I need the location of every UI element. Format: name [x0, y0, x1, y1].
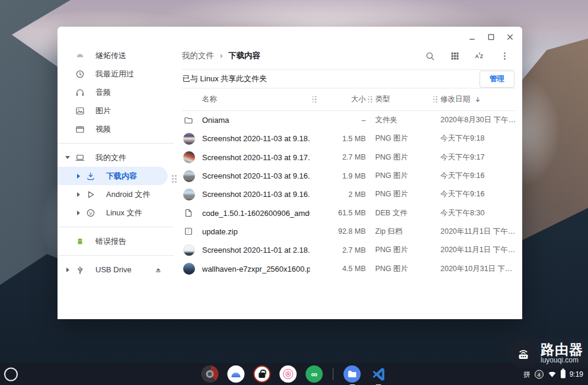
window-controls — [465, 31, 516, 42]
sidebar-resize-handle[interactable] — [172, 175, 179, 184]
sidebar-item-laptop[interactable]: 我的文件 — [57, 148, 174, 167]
sidebar-divider — [57, 255, 174, 256]
file-type: PNG 图片 — [375, 189, 431, 199]
sidebar-item-label: 音频 — [95, 87, 111, 98]
table-header: 名称大小类型修改日期 — [182, 88, 515, 111]
penguin-icon — [85, 207, 97, 219]
sidebar-item-penguin[interactable]: Linux 文件 — [57, 203, 174, 222]
image-icon — [74, 105, 86, 117]
search-button[interactable] — [421, 47, 438, 64]
file-type: PNG 图片 — [375, 264, 431, 274]
status-tray[interactable]: 拼 4 9:19 — [523, 370, 583, 378]
shelf-app-app-store[interactable] — [254, 365, 271, 383]
main-panel: 我的文件›下载内容 AZ 已与 Linux 共享此文件夹 管理 名称大小类型修改… — [174, 27, 522, 319]
file-row[interactable]: Screenshot 2020-11-03 at 9.16.37 PM.png2… — [182, 185, 515, 203]
file-row[interactable]: Screenshot 2020-11-01 at 2.18.33 PM.png2… — [182, 241, 515, 259]
notification-badge: 4 — [535, 370, 544, 378]
sidebar-item-label: 我最近用过 — [95, 69, 134, 79]
zip-icon — [182, 226, 202, 237]
file-name: Screenshot 2020-11-03 at 9.16.37 PM.png — [202, 190, 310, 199]
minimize-button[interactable] — [465, 31, 478, 42]
chevron-right-icon[interactable] — [73, 211, 84, 215]
manage-button[interactable]: 管理 — [480, 71, 514, 88]
file-type: PNG 图片 — [375, 171, 431, 181]
sidebar-item-film[interactable]: 视频 — [57, 120, 174, 138]
breadcrumb-item[interactable]: 我的文件 — [182, 50, 214, 61]
file-name: Screenshot 2020-11-01 at 2.18.33 PM.png — [202, 246, 310, 254]
column-label: 类型 — [375, 94, 390, 104]
shelf-apps: ∞ — [202, 365, 387, 383]
maximize-button[interactable] — [484, 31, 497, 42]
sidebar-item-headphones[interactable]: 音频 — [57, 83, 174, 101]
file-row[interactable]: update.zip92.8 MBZip 归档2020年11月1日 下午… — [182, 222, 515, 241]
shelf-app-vscode[interactable] — [370, 365, 387, 383]
file-row[interactable]: wallhaven-e7zxpr_2560x1600.png4.5 MBPNG … — [182, 259, 515, 278]
sort-az-button[interactable]: AZ — [471, 47, 488, 64]
clock-icon — [74, 68, 86, 80]
sort-descending-icon — [474, 96, 482, 104]
sidebar-item-usb[interactable]: USB Drive — [57, 260, 174, 279]
chevron-down-icon[interactable] — [62, 156, 73, 159]
file-date: 2020年11月1日 下午… — [440, 227, 515, 237]
sidebar-item-dome[interactable]: 燧炻传送 — [57, 46, 174, 65]
chevron-right-icon[interactable] — [62, 268, 73, 272]
file-row[interactable]: Screenshot 2020-11-03 at 9.17.43 PM.png2… — [182, 148, 515, 167]
file-size: 2 MB — [319, 190, 366, 199]
shelf-app-ca-green[interactable]: ∞ — [306, 365, 323, 383]
svg-text:A: A — [475, 53, 479, 59]
file-type: PNG 图片 — [375, 152, 431, 163]
battery-icon — [561, 370, 565, 378]
chevron-right-icon[interactable] — [73, 174, 84, 179]
file-size: 61.5 MB — [319, 209, 366, 217]
shelf-app-files[interactable] — [344, 365, 361, 383]
image-thumbnail — [183, 133, 195, 145]
file-name: update.zip — [202, 227, 310, 236]
column-header-name[interactable]: 名称 — [202, 94, 310, 104]
column-header-type[interactable]: 类型 — [375, 94, 431, 104]
file-row[interactable]: Screenshot 2020-11-03 at 9.16.58 PM.png1… — [182, 167, 515, 185]
more-icon — [499, 50, 510, 62]
sort-az-icon: AZ — [474, 50, 485, 62]
file-size: 1.5 MB — [319, 135, 366, 143]
sidebar-item-download[interactable]: 下载内容 — [57, 167, 168, 185]
grid-view-button[interactable] — [446, 47, 463, 64]
chevron-right-icon[interactable] — [73, 192, 84, 197]
toolbar: AZ — [421, 47, 515, 64]
file-date: 2020年11月1日 下午… — [440, 245, 515, 255]
file-name: wallhaven-e7zxpr_2560x1600.png — [202, 265, 310, 273]
shelf-app-broadcast[interactable] — [280, 365, 297, 383]
android-icon — [74, 236, 86, 247]
file-row[interactable]: Oniama–文件夹2020年8月30日 下午… — [182, 111, 515, 129]
column-header-date[interactable]: 修改日期 — [440, 94, 515, 104]
sidebar-item-image[interactable]: 图片 — [57, 101, 174, 120]
watermark-url: luyouqi.com — [541, 357, 583, 364]
file-size: 2.7 MB — [319, 246, 366, 254]
image-thumbnail — [183, 151, 195, 163]
file-size: – — [319, 116, 366, 125]
file-row[interactable]: code_1.50.1-1602600906_amd64.deb61.5 MBD… — [182, 203, 515, 222]
image-thumbnail — [183, 263, 195, 275]
shelf-app-suixin-transfer[interactable] — [228, 365, 245, 383]
file-date: 今天下午9:16 — [440, 189, 515, 199]
sidebar-item-play[interactable]: Android 文件 — [57, 185, 174, 203]
column-resize-handle[interactable] — [431, 96, 440, 103]
column-resize-handle[interactable] — [366, 96, 375, 103]
column-resize-handle[interactable] — [310, 96, 319, 103]
file-name: code_1.50.1-1602600906_amd64.deb — [202, 209, 310, 218]
more-button[interactable] — [496, 47, 513, 64]
shelf-app-browser[interactable] — [202, 365, 219, 383]
sidebar-item-android[interactable]: 错误报告 — [57, 232, 174, 250]
file-row[interactable]: Screenshot 2020-11-03 at 9.18.13 PM.png1… — [182, 129, 515, 148]
headphones-icon — [74, 87, 86, 98]
sidebar-item-clock[interactable]: 我最近用过 — [57, 65, 174, 83]
play-icon — [85, 189, 97, 201]
column-header-size[interactable]: 大小 — [319, 94, 366, 104]
close-button[interactable] — [503, 31, 516, 42]
breadcrumb: 我的文件›下载内容 — [182, 50, 260, 61]
sidebar-item-label: 下载内容 — [106, 171, 137, 182]
file-date: 2020年8月30日 下午… — [440, 115, 515, 125]
eject-icon[interactable] — [154, 265, 163, 275]
sidebar-item-label: 我的文件 — [95, 152, 126, 163]
laptop-icon — [74, 152, 86, 164]
app-launcher-button[interactable] — [4, 367, 18, 381]
